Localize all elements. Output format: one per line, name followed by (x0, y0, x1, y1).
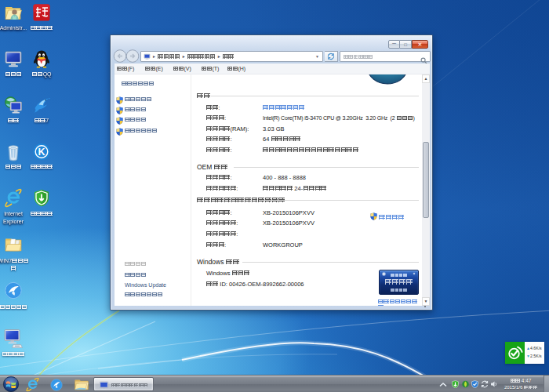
svg-text:K: K (38, 147, 45, 158)
